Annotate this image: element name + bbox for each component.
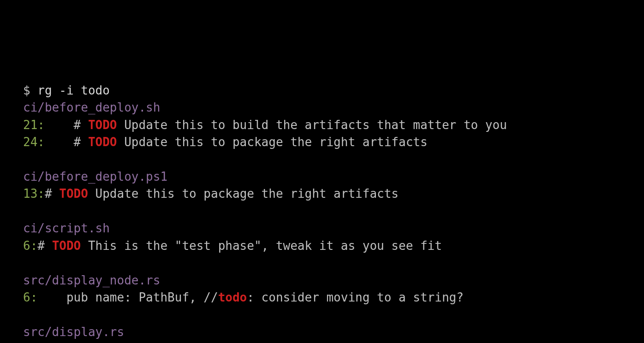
line-separator: :: [37, 118, 45, 132]
match-after: Update this to build the artifacts that …: [117, 118, 507, 132]
match-before: #: [45, 135, 88, 149]
match-highlight: TODO: [88, 135, 117, 149]
match-after: Update this to package the right artifac…: [88, 187, 399, 201]
match-before: #: [37, 239, 52, 253]
file-path: ci/before_deploy.sh: [23, 99, 621, 116]
group-separator: [23, 151, 621, 168]
terminal-output[interactable]: $ rg -i todoci/before_deploy.sh21: # TOD…: [23, 82, 621, 343]
match-highlight: todo: [218, 290, 247, 304]
match-line: 21: # TODO Update this to build the arti…: [23, 117, 621, 134]
match-line: 6:# TODO This is the "test phase", tweak…: [23, 237, 621, 254]
command-text: rg -i todo: [37, 83, 110, 97]
line-separator: :: [30, 239, 38, 253]
line-number: 21: [23, 118, 37, 132]
file-path: ci/before_deploy.ps1: [23, 168, 621, 185]
group-separator: [23, 306, 621, 323]
command-line: $ rg -i todo: [23, 82, 621, 99]
match-before: pub name: PathBuf, //: [37, 290, 218, 304]
match-highlight: TODO: [52, 239, 81, 253]
match-line: 86: // TODO: can we test this?: [23, 341, 621, 343]
file-path: ci/script.sh: [23, 220, 621, 237]
line-number: 24: [23, 135, 37, 149]
match-before: #: [45, 118, 88, 132]
prompt-symbol: $: [23, 83, 37, 97]
match-after: Update this to package the right artifac…: [117, 135, 428, 149]
line-separator: :: [37, 187, 45, 201]
match-line: 6: pub name: PathBuf, //todo: consider m…: [23, 289, 621, 306]
match-before: #: [45, 187, 59, 201]
match-after: This is the "test phase", tweak it as yo…: [81, 239, 442, 253]
match-line: 24: # TODO Update this to package the ri…: [23, 134, 621, 151]
match-line: 13:# TODO Update this to package the rig…: [23, 185, 621, 202]
group-separator: [23, 203, 621, 220]
file-path: src/display_node.rs: [23, 272, 621, 289]
line-number: 13: [23, 187, 37, 201]
group-separator: [23, 254, 621, 272]
line-separator: :: [37, 135, 45, 149]
match-highlight: TODO: [59, 187, 88, 201]
match-after: : consider moving to a string?: [247, 290, 464, 304]
match-highlight: TODO: [88, 118, 117, 132]
file-path: src/display.rs: [23, 324, 621, 341]
line-separator: :: [30, 290, 38, 304]
line-number: 6: [23, 239, 30, 253]
line-number: 6: [23, 290, 30, 304]
